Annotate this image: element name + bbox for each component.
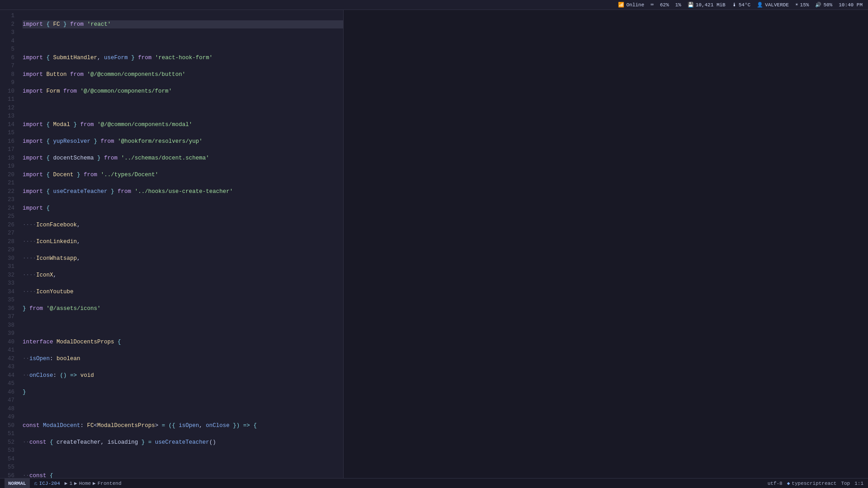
filetype-label: typescriptreact — [792, 481, 836, 486]
code-line-27 — [23, 455, 343, 464]
vim-mode: NORMAL — [5, 479, 30, 488]
wifi-status: 📶 Online — [618, 2, 644, 8]
code-line-5: import Form from '@/@common/components/f… — [23, 87, 343, 96]
code-line-9: import { docentSchema } from '../schemas… — [23, 154, 343, 163]
code-line-16: ····IconX, — [23, 271, 343, 280]
brightness-status: ☀ 15% — [795, 2, 809, 8]
brightness-label: 15% — [800, 2, 809, 8]
code-line-21: ··isOpen: boolean — [23, 355, 343, 363]
volume-status: 🔊 50% — [815, 2, 832, 8]
encoding-item: utf-8 — [768, 481, 783, 486]
memory-label: 10,421 MiB — [696, 2, 726, 8]
filetype-icon: ◆ — [787, 480, 790, 486]
wifi-label: Online — [626, 2, 644, 8]
volume-label: 50% — [823, 2, 832, 8]
code-line-19 — [23, 321, 343, 330]
temp-icon: 🌡 — [732, 2, 737, 8]
position-label: 1:1 — [854, 481, 863, 486]
editor-container: 1 2 3 4 5 6 7 8 9 10 11 12 13 14 15 16 1… — [0, 10, 868, 478]
user-label: VALVERDE — [765, 2, 789, 8]
code-line-4: import Button from '@/@common/components… — [23, 70, 343, 79]
status-path-item: ▶ 1 ▶ Home ▶ Frontend — [65, 480, 122, 486]
status-bar: NORMAL ⎌ ICJ-204 ▶ 1 ▶ Home ▶ Frontend u… — [0, 478, 868, 488]
code-line-3: import { SubmitHandler, useForm } from '… — [23, 54, 343, 62]
code-line-7: import { Modal } from '@/@common/compone… — [23, 121, 343, 129]
code-line-18: } from '@/assets/icons' — [23, 305, 343, 313]
wifi-icon: 📶 — [618, 2, 624, 8]
editor-pane: 1 2 3 4 5 6 7 8 9 10 11 12 13 14 15 16 1… — [0, 10, 344, 478]
memory-status: 💾 10,421 MiB — [688, 2, 726, 8]
code-editor[interactable]: import { FC } from 'react' import { Subm… — [19, 10, 343, 478]
number-icon: ▶ — [65, 480, 68, 486]
code-line-11: import { useCreateTeacher } from '../hoo… — [23, 188, 343, 196]
code-line-8: import { yupResolver } from '@hookform/r… — [23, 137, 343, 146]
volume-icon: 🔊 — [815, 2, 821, 8]
git-icon: ⎌ — [34, 481, 38, 486]
cpu-status: 62% — [660, 2, 669, 8]
memory-icon: 💾 — [688, 2, 694, 8]
code-line-26: ··const { createTeacher, isLoading } = u… — [23, 438, 343, 447]
cpu-pct-status: 1% — [675, 2, 681, 8]
cpu-pct-label: 1% — [675, 2, 681, 8]
git-branch: ⎌ ICJ-204 — [34, 481, 60, 486]
path-part-1: 1 — [69, 481, 72, 486]
scroll-label: Top — [841, 481, 850, 486]
code-line-22: ··onClose: () => void — [23, 371, 343, 380]
vim-mode-label: NORMAL — [8, 481, 26, 486]
line-numbers: 1 2 3 4 5 6 7 8 9 10 11 12 13 14 15 16 1… — [0, 10, 19, 478]
code-line-10: import { Docent } from '../types/Docent' — [23, 171, 343, 179]
keyboard-icon: ⌨ — [651, 2, 654, 8]
right-pane — [344, 10, 868, 478]
temp-status: 🌡 54°C — [732, 2, 750, 8]
clock: 10:40 PM — [839, 2, 863, 8]
user-status: 👤 VALVERDE — [757, 2, 789, 8]
code-line-20: interface ModalDocentsProps { — [23, 338, 343, 347]
code-line-2 — [23, 37, 343, 46]
code-line-6 — [23, 104, 343, 113]
status-left: NORMAL ⎌ ICJ-204 ▶ 1 ▶ Home ▶ Frontend — [5, 479, 122, 488]
code-line-28: ··const { — [23, 472, 343, 479]
path-part-frontend: Frontend — [98, 481, 122, 486]
status-right: utf-8 ◆ typescriptreact Top 1:1 — [768, 480, 863, 486]
user-icon: 👤 — [757, 2, 763, 8]
code-line-23: } — [23, 388, 343, 397]
encoding-label: utf-8 — [768, 481, 783, 486]
code-line-12: import { — [23, 204, 343, 213]
scroll-item: Top — [841, 481, 850, 486]
cpu-label: 62% — [660, 2, 669, 8]
code-line-1: import { FC } from 'react' — [23, 20, 343, 29]
code-area[interactable]: 1 2 3 4 5 6 7 8 9 10 11 12 13 14 15 16 1… — [0, 10, 343, 478]
code-line-14: ····IconLinkedin, — [23, 238, 343, 246]
code-line-17: ····IconYoutube — [23, 288, 343, 296]
time-label: 10:40 PM — [839, 2, 863, 8]
brightness-icon: ☀ — [795, 2, 798, 8]
code-line-13: ····IconFacebook, — [23, 221, 343, 230]
keyboard-status: ⌨ — [651, 2, 654, 8]
code-line-24 — [23, 405, 343, 413]
filetype-item: ◆ typescriptreact — [787, 480, 837, 486]
code-line-25: const ModalDocent: FC<ModalDocentsProps>… — [23, 422, 343, 430]
temp-label: 54°C — [739, 2, 750, 8]
code-line-15: ····IconWhatsapp, — [23, 254, 343, 263]
branch-label: ICJ-204 — [39, 481, 60, 486]
path-part-home: Home — [79, 481, 91, 486]
position-item: 1:1 — [854, 481, 863, 486]
top-status-bar: 📶 Online ⌨ 62% 1% 💾 10,421 MiB 🌡 54°C 👤 … — [0, 0, 868, 10]
